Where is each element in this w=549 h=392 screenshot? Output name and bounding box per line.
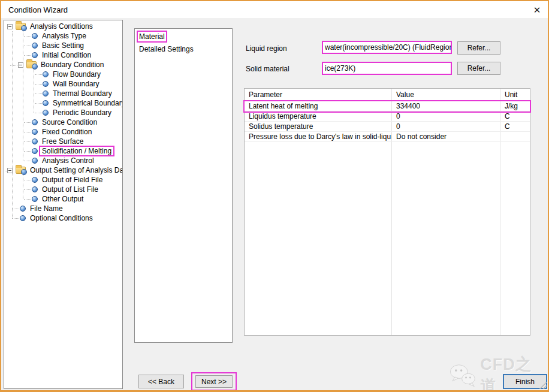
back-button[interactable]: << Back (138, 375, 184, 388)
tree-item-analysis-control[interactable]: Analysis Control (4, 156, 122, 165)
tree-item-boundary-condition[interactable]: Boundary Condition (4, 60, 122, 70)
tree-item-source-condition[interactable]: Source Condition (4, 117, 122, 127)
tree-item-output-field-file[interactable]: Output of Field File (4, 175, 122, 185)
table-row-solidus-temperature[interactable]: Solidus temperature 0 C (245, 122, 530, 132)
collapse-expander-icon[interactable] (7, 168, 13, 173)
step-item-detailed-settings[interactable]: Detailed Settings (138, 45, 232, 58)
tree-item-symmetrical-boundary[interactable]: Symmetrical Boundary (4, 98, 122, 108)
collapse-expander-icon[interactable] (18, 62, 23, 68)
tree-item-optional-conditions[interactable]: Optional Conditions (4, 213, 122, 223)
tree-item-fixed-condition[interactable]: Fixed Condition (4, 127, 122, 137)
node-bullet-icon (43, 71, 49, 77)
step-item-material[interactable]: Material (138, 32, 232, 45)
next-button[interactable]: Next >> (195, 375, 233, 388)
tree-item-flow-boundary[interactable]: Flow Boundary (4, 70, 122, 79)
folder-icon (26, 61, 37, 68)
title-bar: Condition Wizard ✕ (1, 1, 548, 18)
node-bullet-icon (43, 100, 49, 106)
tree-item-periodic-boundary[interactable]: Periodic Boundary (4, 108, 122, 117)
col-unit: Unit (500, 89, 530, 101)
folder-icon (16, 167, 26, 174)
solid-material-field[interactable]: ice(273K) (322, 62, 452, 75)
liquid-region-refer-button[interactable]: Refer... (457, 41, 500, 55)
node-bullet-icon (32, 186, 38, 192)
node-bullet-icon (32, 129, 38, 135)
next-button-highlight-box: Next >> (191, 372, 237, 391)
node-bullet-icon (32, 196, 38, 202)
tree-item-thermal-boundary[interactable]: Thermal Boundary (4, 89, 122, 98)
folder-icon (16, 23, 26, 30)
table-header: Parameter Value Unit (245, 89, 530, 101)
node-bullet-icon (43, 110, 49, 116)
conditions-tree: Analysis Conditions Analysis Type Basic … (4, 20, 123, 389)
col-value: Value (391, 89, 500, 101)
tree-item-other-output[interactable]: Other Output (4, 194, 122, 204)
solid-material-label: Solid material (246, 65, 289, 73)
table-row-darcy-pressure-loss[interactable]: Pressure loss due to Darcy's law in soli… (245, 132, 530, 142)
col-parameter: Parameter (245, 89, 391, 101)
collapse-expander-icon[interactable] (7, 24, 13, 29)
tree-item-basic-setting[interactable]: Basic Setting (4, 41, 122, 50)
tree-item-initial-condition[interactable]: Initial Condition (4, 50, 122, 60)
tree-item-analysis-type[interactable]: Analysis Type (4, 31, 122, 41)
node-bullet-icon (43, 81, 49, 87)
node-bullet-icon (32, 158, 38, 164)
node-bullet-icon (32, 177, 38, 183)
node-bullet-icon (32, 119, 38, 125)
liquid-region-field[interactable]: water(incompressible/20C) (FluidRegion) … (322, 41, 452, 54)
node-bullet-icon (32, 43, 38, 49)
tree-item-output-list-file[interactable]: Output of List File (4, 185, 122, 194)
table-row-liquidus-temperature[interactable]: Liquidus temperature 0 C (245, 111, 530, 122)
wizard-step-list: Material Detailed Settings (134, 28, 233, 343)
table-row-latent-heat[interactable]: Latent heat of melting 334400 J/kg (245, 101, 530, 111)
node-bullet-icon (43, 91, 49, 97)
node-bullet-icon (32, 148, 38, 154)
node-bullet-icon (32, 33, 38, 39)
tree-item-free-surface[interactable]: Free Surface (4, 137, 122, 146)
node-bullet-icon (20, 206, 26, 212)
condition-wizard-dialog: Condition Wizard ✕ Analysis Conditions A… (0, 0, 549, 392)
tree-item-output-setting[interactable]: Output Setting of Analysis Data (4, 165, 122, 175)
window-title: Condition Wizard (8, 5, 68, 14)
tree-item-file-name[interactable]: File Name (4, 204, 122, 213)
node-bullet-icon (20, 215, 26, 221)
finish-button[interactable]: Finish (503, 374, 547, 389)
tree-item-analysis-conditions[interactable]: Analysis Conditions (4, 22, 122, 31)
tree-rows: Analysis Conditions Analysis Type Basic … (4, 22, 122, 223)
tree-item-solidification-melting[interactable]: Solidification / Melting (4, 146, 122, 156)
tree-item-wall-boundary[interactable]: Wall Boundary (4, 79, 122, 89)
parameter-table: Parameter Value Unit Latent heat of melt… (244, 88, 530, 336)
node-bullet-icon (32, 138, 38, 144)
liquid-region-label: Liquid region (246, 44, 287, 53)
node-bullet-icon (32, 52, 38, 58)
wechat-bubbles-icon (448, 363, 478, 387)
close-icon[interactable]: ✕ (531, 4, 543, 16)
solid-material-refer-button[interactable]: Refer... (457, 62, 500, 75)
